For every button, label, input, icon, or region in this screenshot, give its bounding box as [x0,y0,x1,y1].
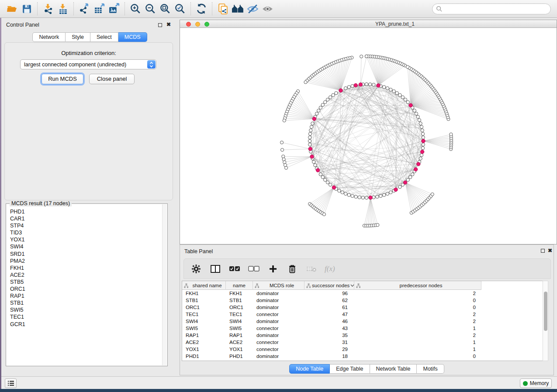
table-cell: 2 [354,332,481,339]
tab-edge-table[interactable]: Edge Table [330,364,370,374]
mcds-result-list[interactable]: PHD1CAR1STP4TID3YOX1SWI4SRD1PMA2FKH1ACE2… [7,204,162,365]
list-item[interactable]: PMA2 [10,258,162,265]
list-item[interactable]: SRD1 [10,251,162,258]
first-neighbors-icon[interactable] [230,2,245,16]
list-item[interactable]: ORC1 [10,285,162,292]
delete-column-icon[interactable] [286,263,298,275]
tab-select[interactable]: Select [90,32,118,42]
select-all-columns-icon[interactable] [228,263,241,275]
list-item[interactable]: TEC1 [10,313,162,320]
open-file-icon[interactable] [4,2,19,16]
close-panel-icon[interactable]: ✖ [166,21,171,28]
maximize-window-icon[interactable] [204,22,209,27]
network-canvas[interactable] [180,28,557,244]
main-toolbar [0,0,557,18]
table-row[interactable]: ACE2ACE2connector311 [182,339,543,346]
table-row[interactable]: PHD1PHD1dominator180 [182,353,543,360]
column-header-successor-nodes[interactable]: successor nodes [304,281,354,290]
table-row[interactable]: YOX1YOX1connector291 [182,346,543,353]
table-scrollbar[interactable] [543,281,548,361]
table-settings-gear-icon[interactable] [190,263,202,275]
table-cell: PHD1 [226,353,253,360]
list-item[interactable]: SWI5 [10,306,162,313]
table-cell: 35 [304,332,354,339]
table-cell: ACE2 [226,339,253,346]
table-cell: 2 [354,318,481,325]
list-item[interactable]: STB1 [10,299,162,306]
list-item[interactable]: YOX1 [10,236,162,243]
export-network-icon[interactable] [77,2,92,16]
table-row[interactable]: TEC1TEC1connector472 [182,311,543,318]
create-column-icon[interactable] [267,263,279,275]
column-header-predecessor-nodes[interactable]: predecessor nodes [354,281,481,290]
run-mcds-button[interactable]: Run MCDS [42,74,83,84]
column-header-MCDS-role[interactable]: MCDS role [253,281,304,290]
table-row[interactable]: RAP1RAP1dominator352 [182,332,543,339]
criterion-value: largest connected component (undirected) [24,62,126,68]
table-row[interactable]: SWI5SWI5connector431 [182,325,543,332]
clone-network-icon[interactable] [215,2,230,16]
toolbar-separator [73,2,74,15]
list-item[interactable]: TID3 [10,229,162,236]
minimize-window-icon[interactable] [195,22,200,27]
tab-mcds[interactable]: MCDS [118,32,147,42]
column-type-icon [184,283,189,288]
close-panel-button[interactable]: Close panel [89,74,135,84]
table-panel-title: Table Panel [184,248,213,254]
zoom-in-icon[interactable] [128,2,143,16]
refresh-icon[interactable] [194,2,209,16]
mcds-options-panel: Optimization criterion: largest connecte… [4,42,173,200]
list-item[interactable]: STP4 [10,222,162,229]
task-history-button[interactable] [5,378,17,388]
table-scrollbar-thumb[interactable] [544,292,547,331]
list-item[interactable]: PHD1 [10,208,162,215]
tab-node-table[interactable]: Node Table [289,364,330,374]
float-table-panel-icon[interactable] [541,249,545,253]
mcds-list-scrollbar[interactable] [162,204,167,365]
float-window-icon[interactable] [158,23,162,27]
search-input[interactable] [443,6,543,12]
unselect-all-columns-icon[interactable] [248,263,260,275]
network-titlebar[interactable]: YPA_prune.txt_1 [180,20,557,28]
tab-style[interactable]: Style [66,32,90,42]
zoom-fit-icon[interactable] [158,2,173,16]
close-table-panel-icon[interactable]: ✖ [548,248,552,254]
export-table-icon[interactable] [92,2,107,16]
import-network-icon[interactable] [41,2,55,16]
function-builder-icon: f(x) [325,265,335,273]
table-row[interactable]: STB1STB1dominator620 [182,297,543,304]
table-row[interactable]: FKH1FKH1dominator962 [182,290,543,297]
list-item[interactable]: FKH1 [10,265,162,272]
node-table[interactable]: shared namenameMCDS rolesuccessor nodesp… [182,281,544,361]
search-field[interactable] [432,3,551,14]
tab-network-table[interactable]: Network Table [370,364,417,374]
memory-button[interactable]: Memory [520,378,552,388]
zoom-out-icon[interactable] [143,2,158,16]
table-row[interactable]: SWI4SWI4dominator462 [182,318,543,325]
table-row[interactable]: ORC1ORC1dominator610 [182,304,543,311]
list-item[interactable]: SWI4 [10,243,162,250]
list-item[interactable]: CAR1 [10,215,162,222]
list-icon [7,380,14,386]
table-cell: 0 [354,297,481,304]
criterion-dropdown[interactable]: largest connected component (undirected) [20,59,156,69]
memory-status-icon [523,381,528,386]
list-item[interactable]: GCR1 [10,321,162,328]
column-header-shared-name[interactable]: shared name [182,281,226,290]
close-window-icon[interactable] [186,22,191,27]
control-panel-header: Control Panel ✖ [1,18,178,30]
column-header-name[interactable]: name [226,281,253,290]
table-cell: 1 [354,339,481,346]
save-session-icon[interactable] [19,2,34,16]
zoom-selected-icon[interactable] [173,2,187,16]
show-column-panel-icon[interactable] [209,263,221,275]
tab-network[interactable]: Network [32,32,66,42]
list-item[interactable]: RAP1 [10,292,162,299]
show-all-icon[interactable] [260,2,275,16]
list-item[interactable]: ACE2 [10,272,162,279]
export-image-icon[interactable] [107,2,121,16]
tab-motifs[interactable]: Motifs [417,364,444,374]
import-table-icon[interactable] [55,2,70,16]
hide-selected-icon[interactable] [245,2,260,16]
list-item[interactable]: STB5 [10,279,162,285]
